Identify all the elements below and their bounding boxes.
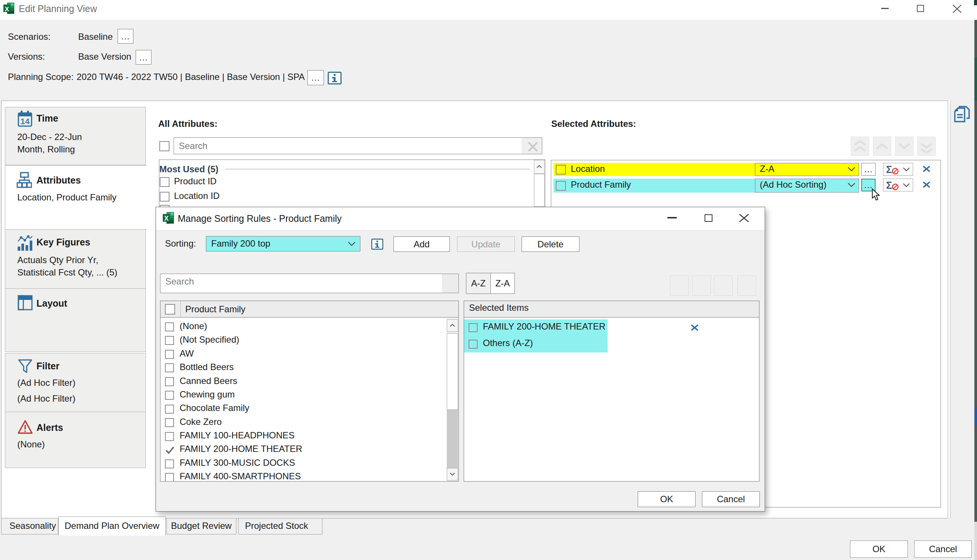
svg-text:Σ: Σ xyxy=(886,180,892,191)
svg-text:X: X xyxy=(5,6,9,13)
svg-text:Σ: Σ xyxy=(886,164,892,175)
svg-text:X: X xyxy=(164,215,169,222)
svg-text:14: 14 xyxy=(20,117,30,126)
